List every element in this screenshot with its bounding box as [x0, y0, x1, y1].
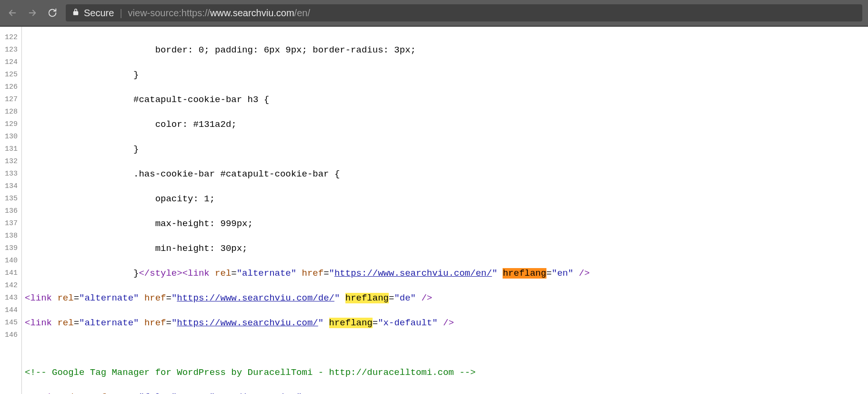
line-number: 124: [3, 56, 18, 69]
source-line: opacity: 1;: [25, 193, 655, 205]
lock-icon: [71, 8, 80, 19]
arrow-left-icon: [7, 8, 18, 18]
back-button[interactable]: [6, 6, 19, 20]
href-link[interactable]: https://www.searchviu.com/de/: [177, 293, 334, 303]
source-line: max-height: 999px;: [25, 218, 655, 230]
view-source-panel: 1221231241251261271281291301311321331341…: [0, 27, 868, 394]
source-line: color: #131a2d;: [25, 118, 655, 131]
line-number: 145: [3, 317, 18, 329]
secure-label: Secure: [84, 8, 114, 19]
line-number: 141: [3, 267, 18, 280]
source-line: }: [25, 143, 655, 156]
address-bar[interactable]: Secure | view-source:https://www.searchv…: [66, 4, 862, 21]
source-line: <script data-cfasync="false" type="text/…: [25, 391, 655, 394]
source-line: }: [25, 69, 655, 81]
source-line: <!-- Google Tag Manager for WordPress by…: [25, 366, 655, 379]
forward-button[interactable]: [26, 6, 39, 20]
line-number: 127: [3, 93, 18, 106]
reload-button[interactable]: [46, 6, 59, 20]
source-line: min-height: 30px;: [25, 242, 655, 255]
source-line: }</style><link rel="alternate" href="htt…: [25, 267, 655, 280]
source-code[interactable]: border: 0; padding: 6px 9px; border-radi…: [22, 27, 655, 394]
line-number: 131: [3, 143, 18, 156]
omnibox-divider: |: [120, 8, 122, 19]
source-line: #catapult-cookie-bar h3 {: [25, 93, 655, 106]
source-line: .has-cookie-bar #catapult-cookie-bar {: [25, 168, 655, 180]
line-number: 143: [3, 292, 18, 304]
source-line: border: 0; padding: 6px 9px; border-radi…: [25, 44, 655, 56]
line-number: 137: [3, 218, 18, 230]
reload-icon: [47, 8, 58, 18]
href-link[interactable]: https://www.searchviu.com/: [177, 318, 318, 328]
arrow-right-icon: [27, 8, 38, 18]
line-number: 138: [3, 230, 18, 242]
line-number: 132: [3, 156, 18, 168]
line-number: 126: [3, 81, 18, 93]
source-line: <link rel="alternate" href="https://www.…: [25, 317, 655, 329]
line-number: 140: [3, 255, 18, 267]
hreflang-highlight: hreflang: [503, 268, 546, 279]
line-number: 133: [3, 168, 18, 180]
source-line: [25, 342, 655, 354]
line-number: 139: [3, 242, 18, 255]
url-text: view-source:https://www.searchviu.com/en…: [128, 8, 310, 19]
line-number: 123: [3, 44, 18, 56]
line-number: 136: [3, 205, 18, 218]
line-number: 142: [3, 280, 18, 292]
hreflang-highlight: hreflang: [329, 318, 373, 328]
line-number: 129: [3, 118, 18, 131]
line-number: 135: [3, 193, 18, 205]
browser-toolbar: Secure | view-source:https://www.searchv…: [0, 0, 868, 27]
line-number: 130: [3, 131, 18, 143]
line-number: 128: [3, 106, 18, 118]
source-line: <link rel="alternate" href="https://www.…: [25, 292, 655, 304]
hreflang-highlight: hreflang: [345, 293, 389, 303]
line-number: 125: [3, 69, 18, 81]
href-link[interactable]: https://www.searchviu.com/en/: [334, 268, 492, 279]
line-number-gutter: 1221231241251261271281291301311321331341…: [0, 27, 22, 394]
line-number: 134: [3, 180, 18, 193]
line-number: 122: [3, 31, 18, 44]
line-number: 144: [3, 304, 18, 317]
line-number: 146: [3, 329, 18, 342]
